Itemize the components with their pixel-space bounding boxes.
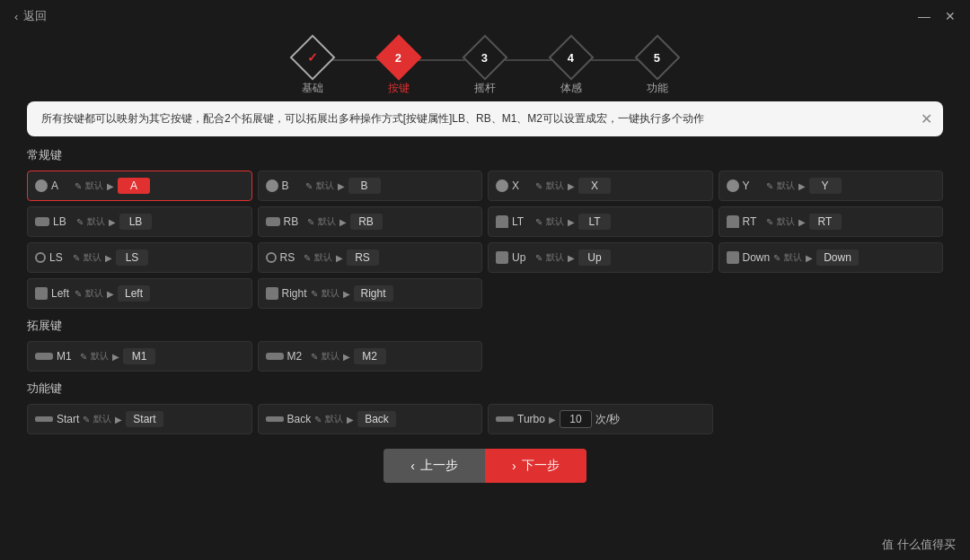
key-Up[interactable]: Up ✎ 默认 ▶ Up <box>488 242 713 273</box>
key-Left-arrow[interactable]: ▶ <box>107 289 114 299</box>
step-1-label: 基础 <box>302 81 323 96</box>
key-X-default: 默认 <box>546 179 564 192</box>
key-B-arrow[interactable]: ▶ <box>338 181 345 191</box>
key-M1-value: M1 <box>123 348 155 364</box>
step-1[interactable]: ✓ 基础 <box>296 41 329 96</box>
regular-keys-row2: LB ✎ 默认 ▶ LB RB ✎ 默认 ▶ RB LT ✎ 默认 ▶ LT R… <box>27 206 943 237</box>
key-M2[interactable]: M2 ✎ 默认 ▶ M2 <box>258 341 483 372</box>
key-M2-edit[interactable]: ✎ <box>311 352 318 362</box>
prev-label: 上一步 <box>420 458 458 474</box>
key-RS-name: RS <box>280 251 300 264</box>
key-M1-arrow[interactable]: ▶ <box>112 352 119 362</box>
key-RB-edit[interactable]: ✎ <box>307 217 314 227</box>
next-button[interactable]: › 下一步 <box>485 449 586 483</box>
key-LB[interactable]: LB ✎ 默认 ▶ LB <box>27 206 252 237</box>
minimize-button[interactable]: — <box>918 9 930 23</box>
key-Turbo[interactable]: Turbo ▶ 次/秒 <box>488 404 713 434</box>
key-RS-arrow[interactable]: ▶ <box>336 253 343 263</box>
key-Turbo-arrow[interactable]: ▶ <box>549 415 556 424</box>
key-Right[interactable]: Right ✎ 默认 ▶ Right <box>258 278 483 309</box>
key-RS-default: 默认 <box>314 251 332 264</box>
key-X-edit[interactable]: ✎ <box>535 181 542 191</box>
key-Start-edit[interactable]: ✎ <box>83 415 90 424</box>
key-Down-value: Down <box>816 249 859 266</box>
key-B-edit[interactable]: ✎ <box>305 181 313 191</box>
key-LT[interactable]: LT ✎ 默认 ▶ LT <box>488 206 713 237</box>
key-X-icon <box>496 179 508 192</box>
regular-keys-title: 常规键 <box>27 147 943 163</box>
key-Left-edit[interactable]: ✎ <box>75 289 82 299</box>
key-A[interactable]: A ✎ 默认 ▶ A <box>27 171 252 201</box>
key-X[interactable]: X ✎ 默认 ▶ X <box>488 171 713 201</box>
step-4[interactable]: 4 体感 <box>555 41 587 96</box>
back-button[interactable]: ‹ 返回 <box>14 8 47 24</box>
key-Start-arrow[interactable]: ▶ <box>115 415 122 424</box>
step-2[interactable]: 2 按键 <box>383 41 415 96</box>
key-LT-edit[interactable]: ✎ <box>535 217 542 227</box>
key-Left-icon <box>35 287 48 300</box>
key-A-edit[interactable]: ✎ <box>75 181 82 191</box>
key-Start[interactable]: Start ✎ 默认 ▶ Start <box>27 404 252 434</box>
key-Back-value: Back <box>357 411 396 427</box>
key-X-arrow[interactable]: ▶ <box>568 181 575 191</box>
key-RT-edit[interactable]: ✎ <box>766 217 773 227</box>
key-Right-value: Right <box>354 285 393 302</box>
key-Y-arrow[interactable]: ▶ <box>798 181 806 191</box>
key-LB-value: LB <box>119 214 152 230</box>
key-Y-edit[interactable]: ✎ <box>766 181 773 191</box>
key-Right-edit[interactable]: ✎ <box>311 289 318 299</box>
key-LS-edit[interactable]: ✎ <box>73 253 80 263</box>
key-Down[interactable]: Down ✎ 默认 ▶ Down <box>719 242 944 273</box>
step-3[interactable]: 3 摇杆 <box>469 41 501 96</box>
key-B[interactable]: B ✎ 默认 ▶ B <box>258 171 483 201</box>
key-A-default: 默认 <box>85 179 103 192</box>
key-LS[interactable]: LS ✎ 默认 ▶ LS <box>27 242 252 273</box>
key-Back-icon <box>266 416 284 422</box>
key-LT-name: LT <box>512 215 532 228</box>
key-Y-value: Y <box>809 178 842 194</box>
key-M2-value: M2 <box>354 348 386 364</box>
key-Back-arrow[interactable]: ▶ <box>347 415 354 424</box>
key-LB-edit[interactable]: ✎ <box>76 217 84 227</box>
key-A-name: A <box>51 179 71 192</box>
key-B-default: 默认 <box>316 179 334 192</box>
key-M2-arrow[interactable]: ▶ <box>343 352 350 362</box>
key-A-arrow[interactable]: ▶ <box>107 181 114 191</box>
key-RB-default: 默认 <box>318 215 336 228</box>
key-Right-arrow[interactable]: ▶ <box>343 289 350 299</box>
key-RT-arrow[interactable]: ▶ <box>798 217 806 227</box>
step-5-label: 功能 <box>647 81 668 96</box>
key-LS-arrow[interactable]: ▶ <box>105 253 112 263</box>
key-RS-icon <box>266 252 277 263</box>
key-Down-arrow[interactable]: ▶ <box>806 253 813 263</box>
key-LT-value: LT <box>578 214 611 230</box>
key-LS-value: LS <box>116 249 148 266</box>
key-Up-arrow[interactable]: ▶ <box>568 253 575 263</box>
key-Back-edit[interactable]: ✎ <box>314 415 322 424</box>
key-Left[interactable]: Left ✎ 默认 ▶ Left <box>27 278 252 309</box>
key-RB-arrow[interactable]: ▶ <box>340 217 347 227</box>
key-LB-icon <box>35 217 49 226</box>
prev-button[interactable]: ‹ 上一步 <box>384 449 485 483</box>
key-LB-default: 默认 <box>87 215 105 228</box>
key-LB-arrow[interactable]: ▶ <box>109 217 116 227</box>
key-Down-icon <box>727 251 739 264</box>
key-Y[interactable]: Y ✎ 默认 ▶ Y <box>719 171 944 201</box>
key-RS[interactable]: RS ✎ 默认 ▶ RS <box>258 242 483 273</box>
key-Left-value: Left <box>118 285 150 302</box>
key-RT[interactable]: RT ✎ 默认 ▶ RT <box>719 206 944 237</box>
key-Down-edit[interactable]: ✎ <box>773 253 780 263</box>
key-Back[interactable]: Back ✎ 默认 ▶ Back <box>258 404 483 434</box>
info-close-button[interactable]: ✕ <box>921 108 932 131</box>
key-M1[interactable]: M1 ✎ 默认 ▶ M1 <box>27 341 252 372</box>
key-Up-edit[interactable]: ✎ <box>535 253 542 263</box>
key-RS-edit[interactable]: ✎ <box>304 253 311 263</box>
key-LT-arrow[interactable]: ▶ <box>568 217 575 227</box>
function-keys-grid: Start ✎ 默认 ▶ Start Back ✎ 默认 ▶ Back Turb… <box>27 404 943 434</box>
turbo-input[interactable] <box>560 410 592 428</box>
key-RB[interactable]: RB ✎ 默认 ▶ RB <box>258 206 483 237</box>
key-RT-name: RT <box>743 215 763 228</box>
close-button[interactable]: ✕ <box>945 9 956 23</box>
key-M1-edit[interactable]: ✎ <box>80 352 87 362</box>
step-5[interactable]: 5 功能 <box>641 41 674 96</box>
